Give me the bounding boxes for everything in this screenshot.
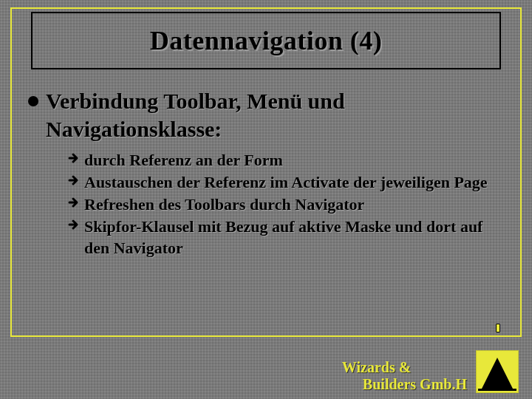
footer-line-2: Builders Gmb.H: [342, 376, 467, 393]
list-item: Austauschen der Referenz im Activate der…: [68, 172, 504, 193]
footer: Wizards & Builders Gmb.H: [342, 350, 519, 393]
sub-list: durch Referenz an der Form Austauschen d…: [68, 150, 504, 259]
content-area: Verbindung Toolbar, Menü und Navigations…: [28, 87, 504, 260]
arrow-bullet-icon: [68, 174, 84, 187]
list-item-text: Skipfor-Klausel mit Bezug auf aktive Mas…: [84, 216, 504, 258]
slide-title: Datennavigation (4): [150, 25, 383, 56]
heading-text: Verbindung Toolbar, Menü und Navigations…: [46, 87, 504, 143]
list-item: durch Referenz an der Form: [68, 150, 504, 171]
heading-row: Verbindung Toolbar, Menü und Navigations…: [28, 87, 504, 143]
arrow-bullet-icon: [68, 151, 84, 165]
list-item: Skipfor-Klausel mit Bezug auf aktive Mas…: [68, 216, 504, 258]
footer-text: Wizards & Builders Gmb.H: [342, 359, 467, 393]
footer-line-1: Wizards &: [342, 359, 412, 375]
list-item: Refreshen des Toolbars durch Navigator: [68, 194, 504, 215]
list-item-text: Austauschen der Referenz im Activate der…: [84, 172, 488, 193]
title-box: Datennavigation (4): [31, 12, 501, 69]
arrow-bullet-icon: [68, 196, 84, 209]
disc-bullet-icon: [28, 96, 38, 106]
arrow-bullet-icon: [68, 218, 84, 231]
list-item-text: durch Referenz an der Form: [84, 150, 283, 171]
list-item-text: Refreshen des Toolbars durch Navigator: [84, 194, 364, 215]
pyramid-icon: [482, 358, 513, 389]
company-logo: [476, 350, 519, 393]
